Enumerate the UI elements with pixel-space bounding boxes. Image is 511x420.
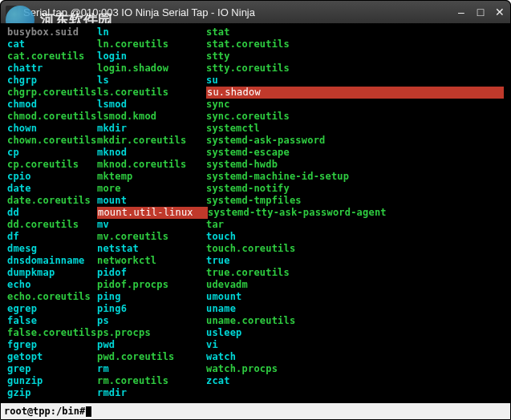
list-item: systemd-machine-id-setup xyxy=(206,171,504,183)
list-item: mv xyxy=(97,219,206,231)
list-item: su xyxy=(206,75,504,87)
list-row: getoptpwd.coreutilswatch xyxy=(7,351,504,363)
list-item: uname xyxy=(206,303,504,315)
list-item: ls xyxy=(97,75,206,87)
list-item: rm xyxy=(97,363,206,375)
list-row: busybox.suidlnstat xyxy=(7,26,504,38)
list-row: chgrp.coreutilsls.coreutilssu.shadow xyxy=(7,87,504,99)
list-item: udevadm xyxy=(206,279,504,291)
list-item: login.shadow xyxy=(97,63,206,75)
list-item: mount.util-linux xyxy=(97,207,208,219)
list-row: dnsdomainnamenetworkctltrue xyxy=(7,255,504,267)
list-item: dumpkmap xyxy=(7,267,97,279)
list-item: gzip xyxy=(7,387,97,399)
list-item: lsmod.kmod xyxy=(97,111,206,123)
list-row: dmesgnetstattouch.coreutils xyxy=(7,243,504,255)
list-item: touch xyxy=(206,231,504,243)
list-item: cp.coreutils xyxy=(7,159,97,171)
list-row: echo.coreutilspingumount xyxy=(7,291,504,303)
list-row: cpiomktempsystemd-machine-id-setup xyxy=(7,171,504,183)
list-row: dd.coreutilsmvtar xyxy=(7,219,504,231)
list-row: egrepping6uname xyxy=(7,303,504,315)
list-item: systemctl xyxy=(206,123,504,135)
list-item: cpio xyxy=(7,171,97,183)
list-row: chgrplssu xyxy=(7,75,504,87)
list-item: systemd-hwdb xyxy=(206,159,504,171)
list-item: systemd-notify xyxy=(206,183,504,195)
list-item: chown.coreutils xyxy=(7,135,97,147)
list-item: mknod xyxy=(97,147,206,159)
list-item: umount xyxy=(206,291,504,303)
list-item: watch.procps xyxy=(206,363,504,375)
list-item: fgrep xyxy=(7,339,97,351)
list-item: true.coreutils xyxy=(206,267,504,279)
list-item: date xyxy=(7,183,97,195)
terminal-output[interactable]: busybox.suidlnstatcatln.coreutilsstat.co… xyxy=(1,23,510,403)
list-item: netstat xyxy=(97,243,206,255)
list-item: touch.coreutils xyxy=(206,243,504,255)
list-item: pidof xyxy=(97,267,206,279)
list-item: mknod.coreutils xyxy=(97,159,206,171)
window-controls: – □ ✕ xyxy=(456,6,505,18)
list-item: networkctl xyxy=(97,255,206,267)
list-item: pidof.procps xyxy=(97,279,206,291)
list-row: chmod.coreutilslsmod.kmodsync.coreutils xyxy=(7,111,504,123)
list-item: gunzip xyxy=(7,375,97,387)
list-row: cat.coreutilsloginstty xyxy=(7,50,504,63)
list-row: chattrlogin.shadowstty.coreutils xyxy=(7,63,504,75)
list-item: ps.procps xyxy=(97,327,206,339)
list-item: chmod.coreutils xyxy=(7,111,97,123)
list-row: chownmkdirsystemctl xyxy=(7,123,504,135)
list-item: pwd xyxy=(97,339,206,351)
list-row: date.coreutilsmountsystemd-tmpfiles xyxy=(7,195,504,207)
list-item: mkdir.coreutils xyxy=(97,135,206,147)
list-item: chgrp xyxy=(7,75,97,87)
list-item: systemd-tmpfiles xyxy=(206,195,504,207)
list-item: lsmod xyxy=(97,99,206,111)
maximize-button[interactable]: □ xyxy=(475,6,486,18)
list-item: rm.coreutils xyxy=(97,375,206,387)
list-row: fgreppwdvi xyxy=(7,339,504,351)
list-item: chown xyxy=(7,123,97,135)
titlebar[interactable]: Serial tap @010:003 IO Ninja Serial Tap … xyxy=(1,1,510,23)
list-item: rmdir xyxy=(97,387,206,399)
list-item: cp xyxy=(7,147,97,159)
list-item: usleep xyxy=(206,327,504,339)
list-item: dd.coreutils xyxy=(7,219,97,231)
list-item: mktemp xyxy=(97,171,206,183)
list-row: chmodlsmodsync xyxy=(7,99,504,111)
list-row: datemoresystemd-notify xyxy=(7,183,504,195)
list-row: gziprmdir xyxy=(7,387,504,399)
list-item: vi xyxy=(206,339,504,351)
list-item: systemd-tty-ask-password-agent xyxy=(208,207,504,219)
list-row: gunziprm.coreutilszcat xyxy=(7,375,504,387)
list-item: zcat xyxy=(206,375,504,387)
prompt-text: root@tpp:/bin# xyxy=(4,406,85,417)
list-item: sync xyxy=(206,99,504,111)
list-item: chmod xyxy=(7,99,97,111)
list-item: ping xyxy=(97,291,206,303)
app-icon xyxy=(6,6,18,18)
list-item: ln xyxy=(97,26,206,38)
list-row: false.coreutilsps.procpsusleep xyxy=(7,327,504,339)
list-item: watch xyxy=(206,351,504,363)
minimize-button[interactable]: – xyxy=(456,6,467,18)
list-item: dd xyxy=(7,207,97,219)
list-row: catln.coreutilsstat.coreutils xyxy=(7,38,504,50)
list-item: false xyxy=(7,315,97,327)
list-item: ps xyxy=(97,315,206,327)
list-row: cp.coreutilsmknod.coreutilssystemd-hwdb xyxy=(7,159,504,171)
list-item: cat xyxy=(7,38,97,50)
list-item: mkdir xyxy=(97,123,206,135)
list-row: dumpkmappidoftrue.coreutils xyxy=(7,267,504,279)
prompt-bar[interactable]: root@tpp:/bin# xyxy=(1,403,510,419)
list-row: chown.coreutilsmkdir.coreutilssystemd-as… xyxy=(7,135,504,147)
list-item: pwd.coreutils xyxy=(97,351,206,363)
list-item: stat.coreutils xyxy=(206,38,504,50)
list-item: ln.coreutils xyxy=(97,38,206,50)
list-row: echopidof.procpsudevadm xyxy=(7,279,504,291)
list-item: stty xyxy=(206,50,504,63)
list-item: ls.coreutils xyxy=(97,87,206,99)
close-button[interactable]: ✕ xyxy=(494,6,505,18)
list-item: echo.coreutils xyxy=(7,291,97,303)
